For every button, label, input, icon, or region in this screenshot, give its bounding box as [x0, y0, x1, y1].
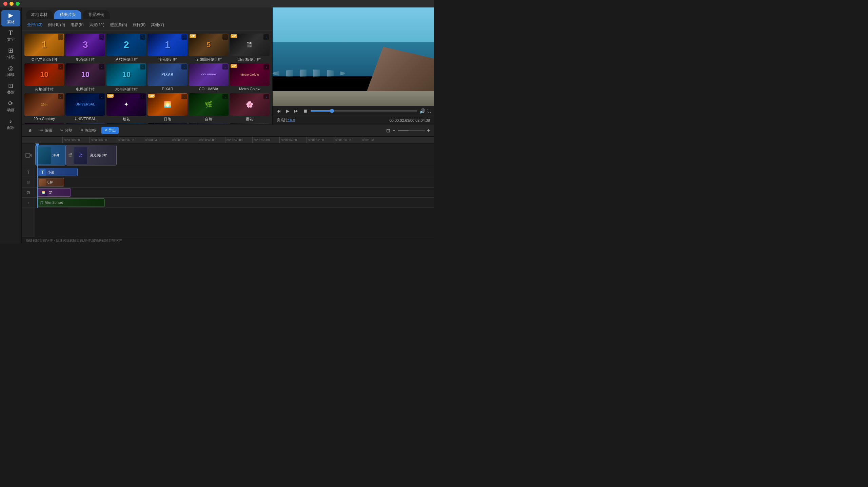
sidebar-item-transition[interactable]: ⊞ 转场	[1, 45, 20, 62]
filter-all[interactable]: 全部(43)	[26, 21, 44, 28]
zoom-in-button[interactable]: +	[427, 128, 430, 134]
skip-back-button[interactable]: ⏮	[275, 108, 282, 114]
list-item[interactable]: VIP ↓ 🏙 城市	[189, 123, 229, 124]
ruler-mark: 00:00:40.00	[198, 137, 225, 143]
image-clip[interactable]: 🌅 梦	[37, 188, 71, 197]
list-item[interactable]: ↓ 3 电流倒计时	[65, 34, 105, 62]
tab-featured[interactable]: 精美片头	[54, 10, 81, 19]
list-item[interactable]: ↓ 1 流光倒计时	[147, 34, 187, 62]
split-icon: ✂	[60, 128, 63, 133]
timecode-total: 00:02:04.38	[410, 118, 430, 122]
sidebar-item-text[interactable]: T 文字	[1, 28, 20, 44]
list-item[interactable]: ↓ 🏝 海岛	[106, 123, 146, 124]
filter-bar: 全部(43) 倒计时(9) 电影(5) 风景(11) 进度条(5) 旅行(6) …	[22, 19, 272, 31]
ruler-mark: 00:00:48.00	[225, 137, 252, 143]
filter-countdown[interactable]: 倒计时(9)	[46, 21, 66, 28]
sidebar-item-filter[interactable]: ◎ 滤镜	[1, 63, 20, 79]
volume-button[interactable]: 🔊	[419, 108, 425, 114]
progress-fill	[311, 110, 332, 112]
status-text: 迅捷视频剪辑软件 - 快速实现视频剪辑,制作,编辑的视频剪辑软件	[26, 238, 122, 243]
list-item[interactable]: ↓ 🐕 人与狗狗	[230, 123, 270, 124]
list-item[interactable]: ↓ 🌸 樱花	[230, 93, 270, 122]
tab-local[interactable]: 本地素材	[26, 10, 53, 19]
filter-scenery[interactable]: 风景(11)	[88, 21, 106, 28]
list-item[interactable]: ↓ 10 水与冰倒计时	[106, 63, 146, 92]
aspect-ratio-value: 16:9	[288, 118, 295, 122]
list-item[interactable]: ↓ 10 电焊倒计时	[65, 63, 105, 92]
skip-forward-button[interactable]: ⏭	[293, 108, 300, 114]
list-item[interactable]: ↓ COLUMBIA COLUMBIA	[189, 63, 229, 92]
list-item[interactable]: VIP ↓ Metro Goldw Metro Goldw	[230, 63, 270, 92]
close-button[interactable]	[3, 2, 7, 6]
sidebar-label-text: 文字	[7, 37, 15, 42]
sidebar-label-overlay: 叠附	[7, 90, 15, 95]
countdown-clip[interactable]: 🎬 ⏱ 流光倒计时	[66, 145, 117, 165]
ruler-mark: 00:00:56.00	[252, 137, 279, 143]
ruler-mark: 00:00:24.00	[144, 137, 171, 143]
item-label: 科技感倒计时	[115, 57, 138, 62]
stop-button[interactable]: ⏹	[302, 108, 309, 114]
list-item[interactable]: VIP ↓ 🎬 场记板倒计时	[230, 34, 270, 62]
playhead[interactable]	[37, 143, 38, 208]
audio-icon: 🎵	[39, 201, 43, 204]
maximize-button[interactable]	[16, 2, 20, 6]
image-track-label: 🖼	[22, 188, 35, 198]
item-label: 火焰倒计时	[35, 87, 54, 92]
sidebar-item-animation[interactable]: ⟳ 动画	[1, 98, 20, 115]
freeze-icon: ❄	[80, 128, 83, 133]
fit-button[interactable]: ⊡	[386, 128, 390, 133]
video-track-label	[22, 143, 35, 167]
ruler-mark: 00:01:20.00	[334, 137, 361, 143]
sidebar-label-animation: 动画	[7, 108, 15, 113]
filter-movie[interactable]: 电影(5)	[69, 21, 85, 28]
freeze-button[interactable]: ❄ 冻结帧	[78, 127, 99, 134]
list-item[interactable]: ↓ 🌊 海滩	[65, 123, 105, 124]
tab-bg[interactable]: 背景样例	[83, 10, 110, 19]
sidebar-item-material[interactable]: ▶ 素材	[1, 10, 20, 26]
delete-button[interactable]: 🗑	[26, 128, 35, 134]
split-button[interactable]: ✂ 分割	[58, 127, 75, 134]
list-item[interactable]: ↓ 1 金色光影倒计时	[24, 34, 64, 62]
list-item[interactable]: VIP ↓ ✦ 烟花	[106, 93, 146, 122]
export-button[interactable]: ↗ 导出	[101, 127, 119, 134]
preview-video	[273, 7, 434, 106]
sidebar-item-overlay[interactable]: ⊡ 叠附	[1, 81, 20, 97]
item-label: 电流倒计时	[76, 57, 95, 62]
progress-bar[interactable]	[311, 110, 417, 112]
media-grid: ↓ 1 金色光影倒计时 ↓ 3 电流倒计时 ↓	[22, 31, 272, 124]
filter-travel[interactable]: 旅行(6)	[131, 21, 147, 28]
list-item[interactable]: ↓ 🌿 自然	[189, 93, 229, 122]
list-item[interactable]: VIP ↓ 🌃 城市夜景	[147, 123, 187, 124]
ruler-mark: 00:00:08.00	[90, 137, 117, 143]
text-icon: T	[8, 30, 13, 36]
list-item[interactable]: ↓ UNIVERSAL UNIVERSAL	[65, 93, 105, 122]
list-item[interactable]: VIP ↓ 5 金属圆环倒计时	[189, 34, 229, 62]
list-item[interactable]: ↓ PIXAR PIXAR	[147, 63, 187, 92]
audio-clip[interactable]: 🎵 AlienSunset	[37, 198, 105, 207]
list-item[interactable]: VIP ↓ 🌅 日落	[147, 93, 187, 122]
zoom-slider[interactable]	[398, 130, 425, 131]
list-item[interactable]: ↓ 10 火焰倒计时	[24, 63, 64, 92]
edit-button[interactable]: ✏ 编辑	[38, 127, 55, 134]
text-clip[interactable]: T 小清	[37, 168, 78, 176]
export-icon: ↗	[104, 128, 107, 133]
sidebar-label-material: 素材	[7, 19, 15, 24]
effect-clip[interactable]: 6屏	[37, 178, 64, 187]
ruler-mark: 00:01:04.00	[279, 137, 307, 143]
music-icon: ♪	[9, 118, 12, 124]
filter-progress[interactable]: 进度条(5)	[108, 21, 129, 28]
sidebar-item-music[interactable]: ♪ 配乐	[1, 116, 20, 132]
list-item[interactable]: ↓ 🌄 夕阳	[24, 123, 64, 124]
filter-other[interactable]: 其他(7)	[150, 21, 165, 28]
list-item[interactable]: ↓ 2 科技感倒计时	[106, 34, 146, 62]
list-item[interactable]: ↓ 20th 20th Century	[24, 93, 64, 122]
item-label: 烟花	[123, 117, 130, 122]
item-label: 场记板倒计时	[238, 57, 261, 62]
minimize-button[interactable]	[9, 2, 14, 6]
material-icon: ▶	[8, 12, 13, 18]
zoom-out-button[interactable]: −	[392, 128, 395, 134]
beach-clip[interactable]: 海滩	[35, 145, 66, 165]
fullscreen-button[interactable]: ⛶	[427, 109, 431, 113]
status-bar: 迅捷视频剪辑软件 - 快速实现视频剪辑,制作,编辑的视频剪辑软件	[22, 237, 434, 244]
play-button[interactable]: ▶	[284, 108, 291, 114]
